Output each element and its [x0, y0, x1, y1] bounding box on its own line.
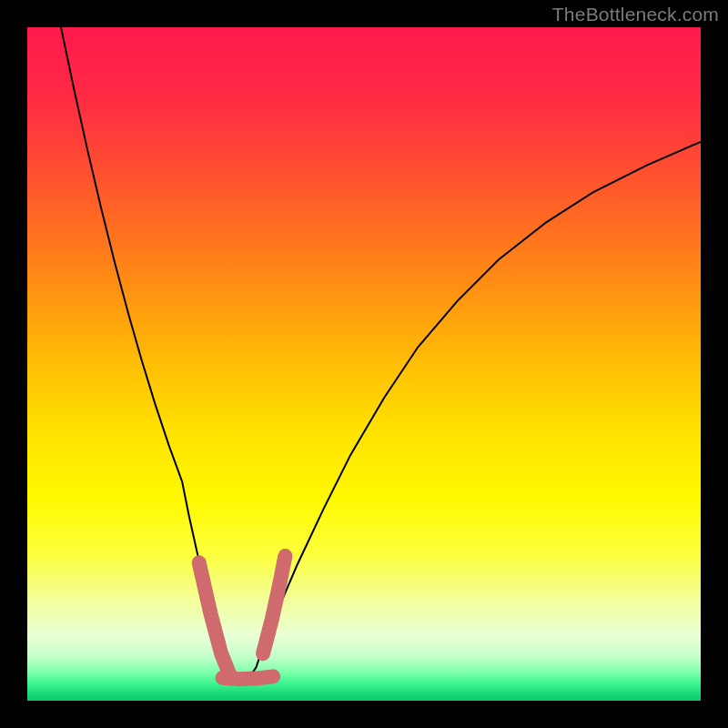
outer-frame: TheBottleneck.com: [0, 0, 728, 728]
plot-area: [27, 27, 701, 701]
chart-svg: [27, 27, 701, 701]
gradient-background: [27, 27, 701, 701]
series-highlight-bottom: [223, 676, 274, 679]
watermark-label: TheBottleneck.com: [552, 4, 719, 25]
